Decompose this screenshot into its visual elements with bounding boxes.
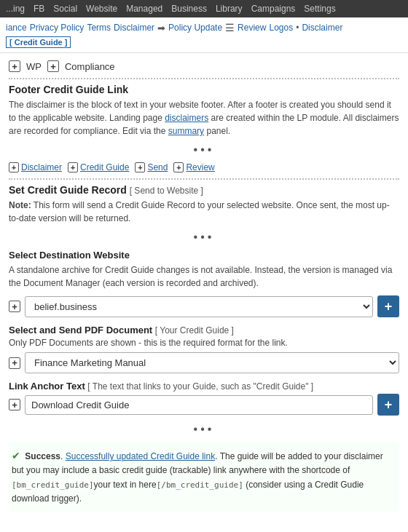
- tab-disclaimer[interactable]: + Disclaimer: [9, 162, 62, 172]
- breadcrumb-dot: •: [296, 23, 299, 33]
- tab-review-label[interactable]: Review: [186, 162, 214, 172]
- pdf-dropdown-row: + Finance Marketing Manual Other Documen…: [9, 352, 399, 373]
- nav-item-business[interactable]: Business: [171, 4, 207, 14]
- nav-item-library[interactable]: Library: [216, 4, 243, 14]
- nav-item-dots[interactable]: ...ing: [6, 4, 25, 14]
- shortcode-close: [/bm_credit_guide]: [157, 480, 243, 490]
- nav-item-website[interactable]: Website: [86, 4, 117, 14]
- nav-item-fb[interactable]: FB: [34, 4, 44, 14]
- set-record-note: Note: This form will send a Credit Guide…: [9, 199, 399, 225]
- success-box: ✔ Success. Successfully updated Credit G…: [9, 442, 399, 512]
- tab-review-plus[interactable]: +: [173, 162, 184, 172]
- nav-item-campaigns[interactable]: Campaigns: [251, 4, 296, 14]
- pdf-desc: Only PDF Documents are shown - this is t…: [9, 338, 399, 348]
- nav-item-social[interactable]: Social: [53, 4, 77, 14]
- tab-credit-guide-plus[interactable]: +: [68, 162, 78, 172]
- tabs-row: + Disclaimer + Credit Guide + Send + Rev…: [9, 162, 399, 172]
- breadcrumb-iance[interactable]: iance: [6, 23, 27, 33]
- pdf-bracket: [ Your Credit Guide ]: [155, 325, 234, 336]
- ellipsis-1: •••: [9, 143, 399, 156]
- pdf-dropdown[interactable]: Finance Marketing Manual Other Document: [25, 352, 399, 373]
- set-record-bracket: [ Send to Website ]: [130, 186, 203, 196]
- success-label: Success: [25, 451, 60, 461]
- breadcrumb-disclaimer2[interactable]: Disclaimer: [302, 23, 342, 33]
- footer-credit-guide-desc: The disclaimer is the block of text in y…: [9, 98, 399, 138]
- breadcrumb-list-icon: ☰: [225, 22, 235, 33]
- anchor-input-row: + +: [9, 394, 399, 416]
- nav-item-managed[interactable]: Managed: [126, 4, 162, 14]
- set-record-heading: Set Credit Guide Record [ Send to Websit…: [9, 184, 399, 196]
- destination-row-plus[interactable]: +: [9, 301, 20, 312]
- ellipsis-3: •••: [9, 423, 399, 436]
- anchor-text-input[interactable]: [25, 395, 373, 415]
- breadcrumb-privacy-policy[interactable]: Privacy Policy: [30, 23, 85, 33]
- tab-review[interactable]: + Review: [173, 162, 214, 172]
- anchor-row-plus[interactable]: +: [9, 399, 20, 410]
- wp-label: WP: [26, 61, 42, 72]
- divider-2: [9, 178, 399, 180]
- anchor-add-button[interactable]: +: [377, 394, 399, 416]
- breadcrumb-disclaimer[interactable]: Disclaimer: [114, 23, 154, 33]
- anchor-section: Link Anchor Text [ The text that links t…: [9, 381, 399, 416]
- tab-send-label[interactable]: Send: [147, 162, 168, 172]
- tab-credit-guide[interactable]: + Credit Guide: [68, 162, 129, 172]
- wp-compliance-row: + WP + Compliance: [9, 60, 399, 72]
- destination-section: Select Destination Website A standalone …: [9, 250, 399, 317]
- set-credit-guide-section: Set Credit Guide Record [ Send to Websit…: [9, 184, 399, 225]
- destination-dropdown[interactable]: belief.business other.business: [25, 296, 373, 317]
- pdf-section: Select and Send PDF Document [ Your Cred…: [9, 325, 399, 373]
- tab-disclaimer-plus[interactable]: +: [9, 162, 19, 172]
- destination-heading: Select Destination Website: [9, 250, 399, 261]
- top-nav-bar: ...ing FB Social Website Managed Busines…: [0, 0, 408, 17]
- compliance-label: Compliance: [65, 61, 115, 72]
- summary-link[interactable]: summary: [168, 126, 204, 136]
- divider-1: [9, 78, 399, 79]
- breadcrumb-logos[interactable]: Logos: [269, 23, 293, 33]
- breadcrumb-review[interactable]: Review: [238, 23, 266, 33]
- destination-dropdown-row: + belief.business other.business +: [9, 295, 399, 317]
- breadcrumb-policy-update[interactable]: Policy Update: [168, 23, 222, 33]
- tab-credit-guide-label[interactable]: Credit Guide: [80, 162, 129, 172]
- shortcode-open: [bm_credit_guide]: [12, 480, 94, 490]
- breadcrumb: iance Privacy Policy Terms Disclaimer ➡ …: [0, 17, 408, 53]
- compliance-plus-icon[interactable]: +: [47, 60, 59, 72]
- wp-plus-icon[interactable]: +: [9, 60, 20, 72]
- disclaimers-link[interactable]: disclaimers: [165, 113, 208, 123]
- breadcrumb-arrow-icon: ➡: [157, 23, 165, 33]
- destination-desc: A standalone archive for Credit Guide ch…: [9, 263, 399, 290]
- nav-item-settings[interactable]: Settings: [304, 4, 335, 14]
- footer-credit-guide-section: Footer Credit Guide Link The disclaimer …: [9, 84, 399, 138]
- ellipsis-2: •••: [9, 231, 399, 244]
- tab-send-plus[interactable]: +: [135, 162, 145, 172]
- pdf-heading: Select and Send PDF Document [ Your Cred…: [9, 325, 399, 336]
- breadcrumb-credit-guide-active: [ Credit Guide ]: [6, 36, 71, 48]
- check-icon: ✔: [12, 450, 20, 461]
- anchor-heading: Link Anchor Text [ The text that links t…: [9, 381, 399, 392]
- note-text-body: This form will send a Credit Guide Recor…: [9, 200, 390, 223]
- pdf-row-plus[interactable]: +: [9, 357, 20, 369]
- note-label: Note:: [9, 200, 31, 210]
- anchor-bracket: [ The text that links to your Guide, suc…: [87, 381, 313, 392]
- destination-add-button[interactable]: +: [377, 295, 399, 317]
- main-content: + WP + Compliance Footer Credit Guide Li…: [0, 53, 408, 519]
- tab-send[interactable]: + Send: [135, 162, 168, 172]
- breadcrumb-terms[interactable]: Terms: [87, 23, 111, 33]
- footer-credit-guide-heading: Footer Credit Guide Link: [9, 84, 399, 95]
- tab-disclaimer-label[interactable]: Disclaimer: [21, 162, 62, 172]
- success-link[interactable]: Successfully updated Credit Guide link: [66, 451, 215, 461]
